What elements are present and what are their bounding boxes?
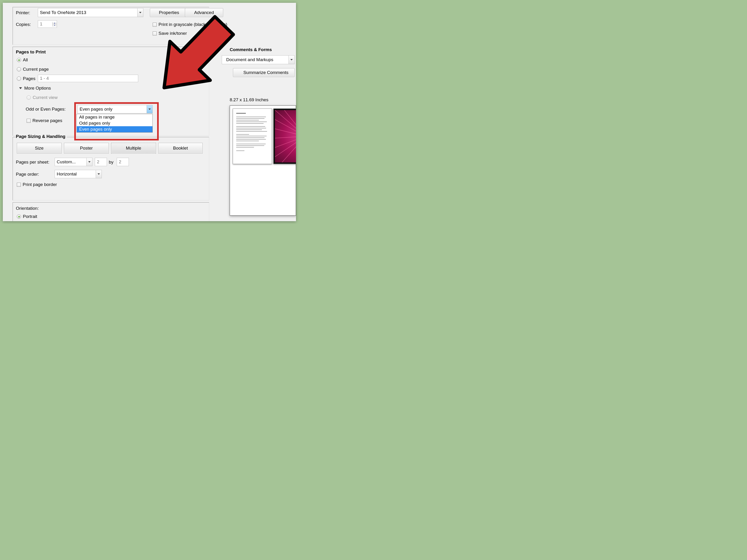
odd-even-arrow[interactable] [147, 105, 152, 113]
print-border-checkbox[interactable] [17, 183, 21, 187]
grid-y-input[interactable]: 2 [117, 158, 129, 166]
odd-even-option-even[interactable]: Even pages only [77, 126, 152, 132]
pages-per-sheet-arrow[interactable] [86, 158, 92, 166]
comments-forms-value: Document and Markups [222, 57, 288, 62]
print-dialog: Printer: Send To OneNote 2013 Properties… [3, 3, 296, 221]
printer-select-value: Send To OneNote 2013 [38, 10, 137, 15]
pages-range-value: 1 - 4 [38, 76, 138, 81]
odd-even-value: Even pages only [78, 107, 147, 112]
info-icon[interactable]: i [201, 31, 205, 36]
copies-up-icon[interactable]: ▲ [53, 22, 57, 24]
odd-even-option-odd[interactable]: Odd pages only [77, 120, 152, 126]
poster-button[interactable]: Poster [64, 143, 109, 154]
pages-to-print-heading: Pages to Print [16, 50, 46, 55]
current-page-radio[interactable] [17, 67, 21, 72]
grid-x-value: 2 [95, 159, 107, 164]
grayscale-label: Print in grayscale (black and white) [158, 22, 227, 27]
grid-x-input[interactable]: 2 [95, 158, 107, 166]
odd-even-dropdown-list[interactable]: All pages in range Odd pages only Even p… [77, 114, 153, 133]
odd-even-label: Odd or Even Pages: [26, 107, 66, 112]
reverse-pages-row[interactable]: Reverse pages [27, 118, 62, 123]
pages-per-sheet-select[interactable]: Custom... [55, 158, 93, 166]
all-radio[interactable] [17, 58, 21, 62]
chevron-down-icon [149, 108, 151, 110]
preview-panel [230, 105, 296, 216]
page-order-select[interactable]: Horizontal [55, 170, 102, 178]
orientation-heading: Orientation: [16, 206, 39, 211]
page-order-value: Horizontal [55, 171, 96, 177]
sunburst-icon [275, 110, 296, 162]
grayscale-checkbox[interactable] [153, 23, 157, 27]
comments-forms-select[interactable]: Document and Markups [222, 55, 294, 64]
preview-page-right [273, 108, 296, 164]
summarize-comments-button[interactable]: Summarize Comments [233, 68, 294, 77]
booklet-button[interactable]: Booklet [158, 143, 203, 154]
grid-by-label: by [109, 160, 113, 165]
odd-even-option-all[interactable]: All pages in range [77, 114, 152, 120]
all-radio-row[interactable]: All [17, 57, 28, 62]
printer-select[interactable]: Send To OneNote 2013 [38, 8, 143, 17]
advanced-button[interactable]: Advanced [185, 8, 223, 17]
printer-select-arrow[interactable] [137, 8, 143, 17]
more-options-label: More Options [24, 86, 51, 91]
save-ink-checkbox[interactable] [153, 31, 157, 35]
pages-radio[interactable] [17, 77, 21, 81]
print-border-label: Print page border [23, 182, 57, 187]
comments-forms-arrow[interactable] [288, 56, 294, 64]
current-view-label: Current view [33, 95, 58, 100]
preview-dimensions: 8.27 x 11.69 Inches [230, 97, 268, 102]
copies-spinner[interactable]: 1 ▲ ▼ [38, 20, 57, 28]
sizing-heading: Page Sizing & Handling [16, 134, 67, 139]
chevron-down-icon [88, 161, 91, 163]
portrait-radio[interactable] [17, 214, 21, 219]
svg-line-2 [275, 129, 296, 136]
grayscale-row[interactable]: Print in grayscale (black and white) [153, 22, 227, 27]
chevron-down-icon [290, 59, 293, 60]
chevron-down-icon [139, 12, 141, 13]
page-order-label: Page order: [16, 172, 39, 177]
collapse-icon [19, 87, 22, 89]
multiple-button[interactable]: Multiple [111, 143, 156, 154]
pages-range-input[interactable]: 1 - 4 [38, 75, 138, 82]
save-ink-label: Save ink/toner [158, 31, 187, 36]
pages-per-sheet-label: Pages per sheet: [16, 160, 50, 165]
current-page-radio-row[interactable]: Current page [17, 67, 49, 72]
copies-label: Copies: [16, 22, 31, 27]
svg-line-6 [282, 136, 296, 162]
chevron-down-icon [98, 174, 100, 175]
save-ink-row[interactable]: Save ink/toner i [153, 31, 205, 36]
properties-button[interactable]: Properties [150, 8, 188, 17]
portrait-radio-row[interactable]: Portrait [17, 214, 37, 219]
copies-value: 1 [38, 22, 52, 27]
odd-even-select[interactable]: Even pages only [77, 105, 153, 113]
copies-down-icon[interactable]: ▼ [53, 24, 57, 26]
svg-line-3 [275, 136, 296, 138]
printer-label: Printer: [16, 10, 30, 16]
copies-spinner-buttons[interactable]: ▲ ▼ [52, 22, 57, 26]
current-view-radio-row: Current view [27, 95, 58, 100]
orientation-section-box [12, 202, 209, 221]
svg-line-0 [275, 110, 296, 136]
all-label: All [23, 57, 28, 62]
reverse-pages-checkbox[interactable] [27, 119, 31, 123]
portrait-label: Portrait [23, 214, 37, 219]
current-view-radio [27, 96, 31, 100]
page-order-arrow[interactable] [96, 170, 102, 178]
svg-line-1 [275, 119, 296, 136]
grid-y-value: 2 [117, 159, 129, 164]
reverse-pages-label: Reverse pages [32, 118, 62, 123]
pages-per-sheet-value: Custom... [55, 159, 86, 164]
print-border-row[interactable]: Print page border [17, 182, 57, 187]
current-page-label: Current page [23, 67, 49, 72]
comments-forms-heading: Comments & Forms [230, 47, 287, 52]
size-button[interactable]: Size [17, 143, 61, 154]
more-options-toggle[interactable]: More Options [19, 86, 51, 91]
preview-page-left [233, 108, 272, 164]
pages-radio-row[interactable]: Pages [17, 76, 35, 81]
pages-radio-label: Pages [23, 76, 35, 81]
